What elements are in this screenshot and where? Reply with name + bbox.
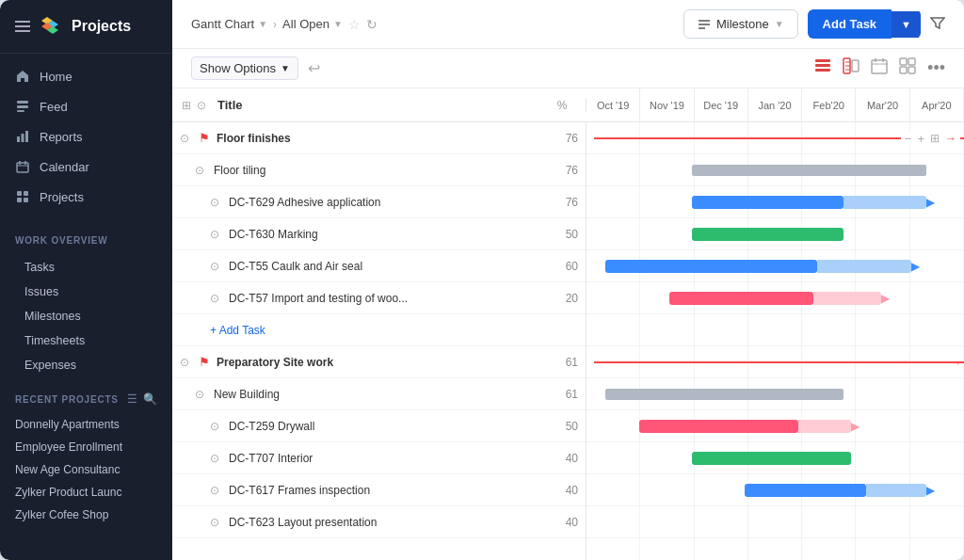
minus-icon[interactable]: − [905,131,912,145]
sidebar: Projects Home Feed [0,0,172,560]
calendar-view-icon[interactable] [871,57,888,79]
col-expand-icon[interactable]: ⊞ [182,99,191,112]
expand-icon[interactable]: ⊙ [210,228,225,241]
list-icon[interactable]: ☰ [127,392,137,406]
more-options-icon[interactable]: ••• [927,58,945,78]
svg-rect-11 [24,191,28,196]
sidebar-item-milestones[interactable]: Milestones [0,304,172,328]
hamburger-icon[interactable] [15,21,30,32]
work-overview-items: Tasks Issues Milestones Timesheets Expen… [0,251,172,381]
expand-icon[interactable]: ⊙ [210,196,225,209]
add-task-dropdown-button[interactable]: ▼ [892,11,921,38]
expand-icon[interactable]: ⊙ [180,132,195,145]
flag-icon: ⚑ [199,131,210,145]
filter-icon[interactable] [930,15,945,34]
sidebar-item-timesheets[interactable]: Timesheets [0,328,172,353]
undo-icon[interactable]: ↩ [308,59,320,77]
gantt-header: ⊞ ⊙ Title % Oct '19 Nov '19 Dec '19 Jan … [172,88,964,122]
table-row: ⊙ DC-T623 Layout presentation 40 [172,506,586,538]
grid-view-icon[interactable] [899,57,916,79]
gantt-bar-row: ▶ [586,250,964,282]
sidebar-item-reports[interactable]: Reports [0,121,172,152]
list-view-icon[interactable] [814,57,831,79]
chevron-down-icon-3: ▼ [775,19,784,29]
sidebar-item-expenses[interactable]: Expenses [0,353,172,377]
svg-rect-2 [17,110,24,112]
svg-rect-1 [17,105,28,108]
gantt-view-icon[interactable] [843,57,860,79]
table-row: ⊙ DC-T707 Interior 40 [172,442,586,474]
expand-icon[interactable]: ⊙ [210,484,225,497]
svg-rect-0 [17,101,28,104]
gantt-rows-left: ⊙ ⚑ Floor finishes 76 ⊙ Floor tiling 76 … [172,122,586,560]
breadcrumb-all-open[interactable]: All Open ▼ [282,17,343,31]
arrow-icon: ▶ [911,260,920,273]
show-options-button[interactable]: Show Options ▼ [191,56,298,80]
add-task-row: + Add Task [172,314,586,346]
gantt-bar-row [586,314,964,346]
chevron-down-icon: ▼ [258,19,267,29]
add-task-link[interactable]: + Add Task [210,324,265,337]
col-sort-icon[interactable]: ⊙ [197,99,206,112]
add-task-main-button[interactable]: Add Task [808,9,892,39]
expand-icon[interactable]: ⊙ [195,164,210,177]
logo-text: Projects [72,18,131,35]
expand-icon[interactable]: ⊙ [210,260,225,273]
gantt-bar-row: − + ⊞ → [586,122,964,154]
recent-item-1[interactable]: Employee Enrollment [0,436,172,458]
reports-icon [15,129,30,144]
milestone-icon [698,18,711,31]
sidebar-item-issues[interactable]: Issues [0,280,172,304]
gantt-bar-row [586,378,964,410]
expand-icon[interactable]: ⊙ [210,292,225,305]
recent-item-4[interactable]: Zylker Cofee Shop [0,504,172,526]
gantt-timeline: Oct '19 Nov '19 Dec '19 Jan '20 Feb'20 M… [586,88,964,122]
expand-icon[interactable]: ⊙ [180,356,195,369]
expand-icon[interactable]: ⊙ [210,452,225,465]
expand-icon[interactable]: ⊙ [210,420,225,433]
topbar-actions: Milestone ▼ Add Task ▼ [683,9,945,39]
svg-rect-31 [900,67,907,73]
svg-rect-3 [17,136,20,142]
milestone-button[interactable]: Milestone ▼ [683,9,798,39]
expand-bar-icon[interactable]: ⊞ [930,132,940,145]
arrow-icon: ▶ [926,484,935,497]
refresh-icon[interactable]: ↻ [366,17,378,32]
gantt-bar-row: ▶ [586,186,964,218]
month-apr: Apr'20 [910,88,964,122]
expand-icon[interactable]: ⊙ [210,516,225,529]
sidebar-item-tasks[interactable]: Tasks [0,255,172,280]
sidebar-item-calendar[interactable]: Calendar [0,152,172,182]
table-row: ⊙ ⚑ Floor finishes 76 [172,122,586,154]
chevron-down-icon-4: ▼ [281,63,290,73]
recent-item-2[interactable]: New Age Consultanc [0,458,172,481]
breadcrumb-gantt[interactable]: Gantt Chart ▼ [191,17,267,31]
search-icon[interactable]: 🔍 [143,392,157,406]
svg-rect-19 [815,69,830,72]
sidebar-header: Projects [0,0,172,54]
gantt-bar-row [586,506,964,538]
svg-rect-17 [815,59,830,62]
toolbar: Show Options ▼ ↩ ••• [172,49,964,88]
sidebar-item-projects[interactable]: Projects [0,182,172,212]
gantt-col-icons: ⊞ ⊙ [182,99,206,112]
svg-rect-30 [908,58,915,65]
month-oct: Oct '19 [586,88,640,122]
arrow-right-icon[interactable]: → [945,132,956,145]
svg-rect-24 [852,60,859,72]
recent-item-3[interactable]: Zylker Product Launc [0,481,172,504]
plus-icon[interactable]: + [917,131,924,145]
sidebar-item-home[interactable]: Home [0,61,172,91]
gantt-bar-row: → [586,346,964,378]
main-content: Gantt Chart ▼ › All Open ▼ ☆ ↻ [172,0,964,560]
recent-item-0[interactable]: Donnelly Apartments [0,413,172,436]
gantt-bar-row [586,218,964,250]
svg-rect-5 [25,131,28,142]
expand-icon[interactable]: ⊙ [195,388,210,401]
sidebar-item-feed[interactable]: Feed [0,91,172,121]
star-icon[interactable]: ☆ [348,17,361,32]
svg-rect-6 [17,163,28,172]
add-task-button[interactable]: Add Task ▼ [808,9,921,39]
gantt-body: ⊙ ⚑ Floor finishes 76 ⊙ Floor tiling 76 … [172,122,964,560]
breadcrumb-separator: › [273,18,277,31]
